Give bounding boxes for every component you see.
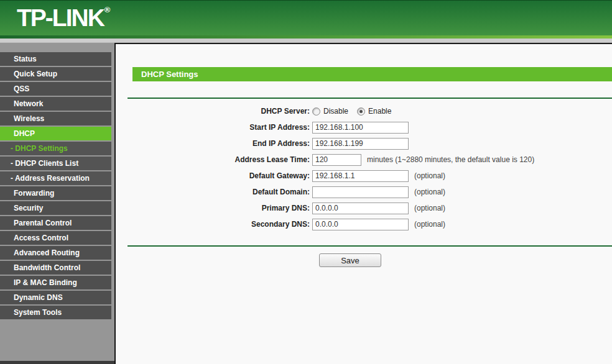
- sidebar-item-network[interactable]: Network: [0, 97, 111, 111]
- field-value-wrap: [312, 122, 409, 134]
- field-label: Default Gateway:: [116, 171, 310, 180]
- registered-trademark-icon: ®: [104, 5, 111, 14]
- start-ip-address-row: Start IP Address:: [116, 119, 612, 135]
- separator: [128, 98, 612, 99]
- sidebar-item-dynamic-dns[interactable]: Dynamic DNS: [0, 291, 111, 304]
- sidebar-item-dhcp[interactable]: DHCP: [0, 127, 111, 140]
- field-value-wrap: minutes (1~2880 minutes, the default val…: [312, 154, 534, 166]
- address-lease-time-row: Address Lease Time:minutes (1~2880 minut…: [116, 152, 612, 168]
- header-gray-strip: [0, 39, 612, 43]
- field-value-wrap: (optional): [312, 186, 445, 198]
- logo-text: TP-LINK: [17, 4, 104, 31]
- sidebar-item-parental-control[interactable]: Parental Control: [0, 216, 111, 230]
- tp-link-logo: TP-LINK®: [17, 4, 110, 32]
- primary-dns-row: Primary DNS:(optional): [116, 200, 612, 216]
- field-label: Secondary DNS:: [116, 220, 310, 229]
- dhcp-form-fields: Start IP Address:End IP Address:Address …: [116, 119, 612, 232]
- radio-label: Disable: [323, 107, 348, 116]
- field-label: Start IP Address:: [116, 123, 310, 132]
- field-value-wrap: (optional): [312, 170, 445, 182]
- sidebar-item-status[interactable]: Status: [0, 52, 111, 66]
- dhcp-server-row: DHCP Server: DisableEnable: [116, 103, 612, 119]
- sidebar-menu: StatusQuick SetupQSSNetworkWirelessDHCP-…: [0, 43, 114, 319]
- sidebar-item-address-reservation[interactable]: - Address Reservation: [0, 171, 111, 185]
- main-content: DHCP Settings DHCP Server: DisableEnable…: [116, 43, 612, 364]
- end-ip-address-input[interactable]: [312, 138, 409, 150]
- sidebar-item-security[interactable]: Security: [0, 201, 111, 215]
- sidebar-item-dhcp-clients-list[interactable]: - DHCP Clients List: [0, 157, 111, 170]
- field-note: minutes (1~2880 minutes, the default val…: [367, 155, 534, 164]
- field-label: End IP Address:: [116, 139, 310, 148]
- start-ip-address-input[interactable]: [312, 122, 409, 134]
- field-label: Primary DNS:: [116, 204, 310, 212]
- sidebar-item-advanced-routing[interactable]: Advanced Routing: [0, 246, 111, 260]
- default-domain-input[interactable]: [312, 186, 409, 198]
- default-domain-row: Default Domain:(optional): [116, 184, 612, 200]
- field-value-wrap: [312, 138, 409, 150]
- sidebar-item-ip-mac-binding[interactable]: IP & MAC Binding: [0, 276, 111, 289]
- radio-label: Enable: [368, 107, 391, 116]
- dhcp-server-enable-radio[interactable]: Enable: [357, 107, 391, 116]
- sidebar-item-quick-setup[interactable]: Quick Setup: [0, 67, 111, 81]
- field-label: DHCP Server:: [116, 107, 310, 116]
- sidebar-bottom-edge: [0, 361, 114, 364]
- page-title: DHCP Settings: [132, 67, 612, 81]
- dhcp-settings-form: DHCP Server: DisableEnable Start IP Addr…: [116, 103, 612, 232]
- radio-icon[interactable]: [357, 107, 365, 116]
- sidebar-item-system-tools[interactable]: System Tools: [0, 306, 111, 319]
- secondary-dns-input[interactable]: [312, 219, 409, 230]
- sidebar-item-qss[interactable]: QSS: [0, 82, 111, 96]
- sidebar-item-access-control[interactable]: Access Control: [0, 231, 111, 245]
- sidebar: StatusQuick SetupQSSNetworkWirelessDHCP-…: [0, 43, 116, 364]
- radio-icon[interactable]: [312, 107, 320, 116]
- default-gateway-row: Default Gateway:(optional): [116, 168, 612, 184]
- field-note: (optional): [414, 220, 445, 229]
- field-note: (optional): [414, 171, 445, 180]
- field-label: Address Lease Time:: [116, 155, 310, 164]
- field-note: (optional): [414, 188, 445, 196]
- sidebar-item-dhcp-settings[interactable]: - DHCP Settings: [0, 142, 111, 155]
- address-lease-time-input[interactable]: [312, 154, 361, 166]
- save-row: Save: [116, 253, 612, 267]
- save-button[interactable]: Save: [319, 253, 381, 267]
- field-note: (optional): [414, 204, 445, 212]
- field-value-wrap: (optional): [312, 202, 445, 214]
- dhcp-server-options: DisableEnable: [312, 107, 400, 116]
- field-label: Default Domain:: [116, 188, 310, 196]
- header: TP-LINK®: [0, 0, 612, 35]
- primary-dns-input[interactable]: [312, 202, 409, 214]
- field-value-wrap: (optional): [312, 219, 445, 230]
- sidebar-item-bandwidth-control[interactable]: Bandwidth Control: [0, 261, 111, 275]
- end-ip-address-row: End IP Address:: [116, 135, 612, 152]
- dhcp-server-disable-radio[interactable]: Disable: [312, 107, 348, 116]
- page: TP-LINK® StatusQuick SetupQSSNetworkWire…: [0, 0, 612, 364]
- sidebar-item-forwarding[interactable]: Forwarding: [0, 186, 111, 200]
- separator: [128, 245, 612, 247]
- sidebar-item-wireless[interactable]: Wireless: [0, 112, 111, 125]
- secondary-dns-row: Secondary DNS:(optional): [116, 216, 612, 232]
- default-gateway-input[interactable]: [312, 170, 409, 182]
